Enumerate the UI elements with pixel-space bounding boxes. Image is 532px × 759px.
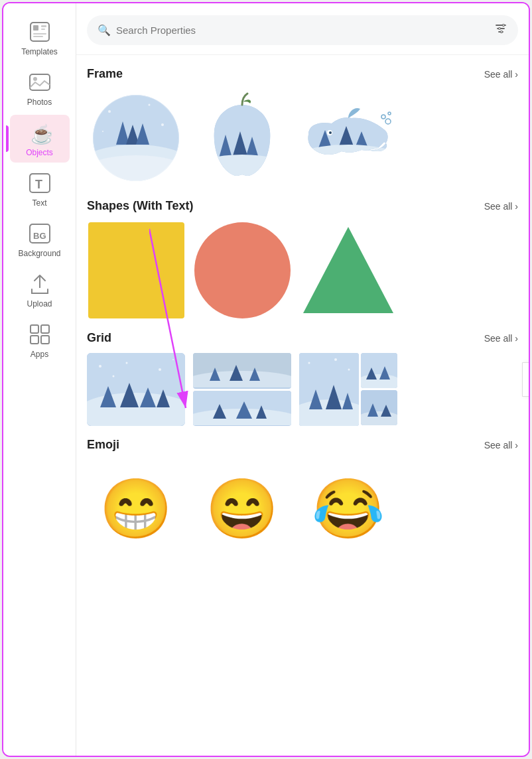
svg-rect-14 [41, 325, 49, 333]
svg-rect-5 [33, 36, 43, 37]
section-title-grid: Grid [87, 331, 111, 345]
svg-rect-4 [33, 33, 46, 34]
section-header-grid: Grid See all › [87, 331, 518, 345]
section-title-emoji: Emoji [87, 438, 119, 452]
svg-rect-16 [41, 336, 49, 344]
section-header-shapes: Shapes (With Text) See all › [87, 199, 518, 213]
see-all-frame[interactable]: See all › [484, 69, 518, 80]
grid-cell-bottom-svg [193, 391, 291, 425]
frame-item-whale[interactable] [299, 89, 397, 187]
sidebar-label-text: Text [32, 198, 46, 208]
sidebar-label-templates: Templates [21, 47, 58, 56]
objects-icon: ☕ [27, 120, 52, 145]
frame-item-circle[interactable] [87, 89, 185, 187]
grid-3-left-svg [299, 353, 359, 426]
grid-items-row [87, 353, 518, 426]
main-panel: 🔍 Frame [76, 3, 529, 756]
grid-item-3[interactable] [299, 353, 397, 426]
emoji-item-3[interactable]: 😂 [299, 460, 397, 558]
svg-point-57 [99, 365, 101, 368]
svg-point-78 [334, 358, 337, 361]
grid-item-1-svg [87, 353, 185, 426]
photos-icon [27, 70, 52, 95]
svg-point-33 [161, 123, 164, 126]
frame-apple-svg [196, 92, 289, 184]
svg-point-52 [87, 393, 185, 426]
search-input-wrapper: 🔍 [87, 15, 518, 45]
shape-item-triangle[interactable] [299, 221, 397, 319]
svg-rect-13 [31, 325, 38, 333]
section-grid: Grid See all › [87, 331, 518, 426]
emoji-item-2[interactable]: 😄 [193, 460, 291, 558]
svg-point-20 [503, 25, 505, 27]
svg-rect-0 [31, 23, 49, 41]
svg-point-59 [159, 368, 161, 371]
svg-rect-1 [33, 25, 38, 31]
shapes-items-row [87, 221, 518, 319]
grid-cell-bottom [193, 391, 291, 427]
shape-item-square[interactable] [87, 221, 185, 319]
sidebar-item-upload[interactable]: Upload [10, 266, 70, 314]
frame-whale-svg [302, 92, 395, 184]
frame-item-apple[interactable] [193, 89, 291, 187]
section-shapes: Shapes (With Text) See all › [87, 199, 518, 319]
sidebar-item-text[interactable]: T Text [10, 165, 70, 213]
svg-point-30 [90, 155, 182, 184]
svg-text:☕: ☕ [31, 123, 52, 145]
collapse-button[interactable]: ‹ [522, 362, 529, 397]
grid-item-3-right [361, 353, 397, 426]
emoji-item-1[interactable]: 😁 [87, 460, 185, 558]
sidebar-item-apps[interactable]: Apps [10, 316, 70, 364]
svg-point-47 [329, 131, 332, 134]
main-container: Templates Photos ☕ Objects [2, 2, 530, 757]
text-icon: T [27, 171, 52, 196]
svg-rect-15 [31, 336, 38, 344]
section-header-emoji: Emoji See all › [87, 438, 518, 452]
see-all-shapes[interactable]: See all › [484, 201, 518, 212]
grid-item-3-left [299, 353, 359, 426]
grid-3-right-bottom-svg [361, 390, 397, 425]
filter-icon[interactable] [494, 22, 507, 38]
grid-cell-top [193, 353, 291, 389]
see-all-emoji[interactable]: See all › [484, 440, 518, 450]
svg-point-77 [308, 362, 310, 364]
shape-square [88, 222, 184, 318]
search-input[interactable] [116, 25, 489, 36]
emoji-items-row: 😁 😄 😂 [87, 460, 518, 558]
section-title-shapes: Shapes (With Text) [87, 199, 194, 213]
search-bar: 🔍 [76, 3, 529, 55]
see-all-grid[interactable]: See all › [484, 333, 518, 344]
section-header-frame: Frame See all › [87, 67, 518, 81]
svg-point-61 [113, 376, 115, 378]
svg-point-58 [126, 362, 128, 364]
svg-point-49 [381, 115, 385, 119]
grid-3-right-bottom [361, 390, 397, 425]
svg-text:T: T [35, 178, 42, 191]
svg-point-79 [348, 369, 350, 371]
shape-item-circle[interactable] [193, 221, 291, 319]
svg-point-31 [108, 110, 111, 113]
background-icon: BG [27, 221, 52, 246]
grid-item-1[interactable] [87, 353, 185, 426]
svg-point-45 [302, 145, 395, 165]
sidebar-item-templates[interactable]: Templates [10, 14, 70, 62]
shape-circle [194, 222, 291, 318]
sidebar-label-photos: Photos [27, 98, 52, 107]
grid-item-2[interactable] [193, 353, 291, 426]
sidebar-label-objects: Objects [26, 148, 53, 157]
shape-triangle [303, 227, 393, 313]
grid-3-right-top-svg [361, 353, 397, 388]
svg-point-7 [33, 77, 37, 81]
search-icon: 🔍 [98, 24, 111, 36]
templates-icon [27, 19, 52, 44]
grid-3-right-top [361, 353, 397, 388]
svg-point-85 [361, 411, 397, 425]
section-title-frame: Frame [87, 67, 123, 81]
sidebar-item-photos[interactable]: Photos [10, 64, 70, 112]
sidebar-label-apps: Apps [31, 350, 48, 359]
sidebar-item-objects[interactable]: ☕ Objects [10, 115, 70, 163]
svg-point-34 [102, 131, 103, 132]
svg-point-60 [172, 359, 174, 360]
sidebar-item-background[interactable]: BG Background [10, 216, 70, 263]
content-area: Frame See all › [76, 55, 529, 756]
